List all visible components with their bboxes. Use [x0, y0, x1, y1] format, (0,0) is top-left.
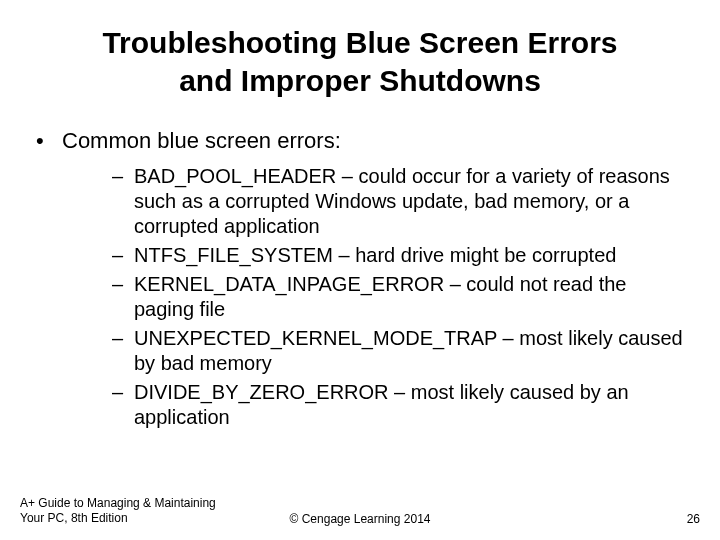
dash-icon: –	[112, 272, 134, 322]
bullet-main-text: Common blue screen errors:	[62, 128, 341, 153]
title-line-2: and Improper Shutdowns	[179, 64, 541, 97]
dash-icon: –	[112, 380, 134, 430]
sub-bullet-text: KERNEL_DATA_INPAGE_ERROR – could not rea…	[134, 272, 684, 322]
sub-bullet-item: – BAD_POOL_HEADER – could occur for a va…	[112, 164, 684, 239]
sub-bullet-text: DIVIDE_BY_ZERO_ERROR – most likely cause…	[134, 380, 684, 430]
sub-bullet-item: – UNEXPECTED_KERNEL_MODE_TRAP – most lik…	[112, 326, 684, 376]
dash-icon: –	[112, 164, 134, 239]
dash-icon: –	[112, 243, 134, 268]
title-line-1: Troubleshooting Blue Screen Errors	[102, 26, 617, 59]
bullet-dot: •	[36, 127, 62, 434]
slide-footer: A+ Guide to Managing & Maintaining Your …	[20, 496, 700, 526]
footer-copyright: © Cengage Learning 2014	[290, 512, 431, 526]
sub-bullet-item: – DIVIDE_BY_ZERO_ERROR – most likely cau…	[112, 380, 684, 430]
sub-bullet-text: BAD_POOL_HEADER – could occur for a vari…	[134, 164, 684, 239]
page-number: 26	[687, 512, 700, 526]
bullet-content: Common blue screen errors: – BAD_POOL_HE…	[62, 127, 684, 434]
footer-left-text: A+ Guide to Managing & Maintaining Your …	[20, 496, 240, 526]
sub-bullet-text: NTFS_FILE_SYSTEM – hard drive might be c…	[134, 243, 616, 268]
bullet-item: • Common blue screen errors: – BAD_POOL_…	[36, 127, 684, 434]
sub-bullet-text: UNEXPECTED_KERNEL_MODE_TRAP – most likel…	[134, 326, 684, 376]
sub-bullet-item: – KERNEL_DATA_INPAGE_ERROR – could not r…	[112, 272, 684, 322]
slide-title: Troubleshooting Blue Screen Errors and I…	[36, 24, 684, 99]
sub-bullet-item: – NTFS_FILE_SYSTEM – hard drive might be…	[112, 243, 684, 268]
dash-icon: –	[112, 326, 134, 376]
sub-bullet-list: – BAD_POOL_HEADER – could occur for a va…	[62, 164, 684, 430]
bullet-list: • Common blue screen errors: – BAD_POOL_…	[36, 127, 684, 434]
